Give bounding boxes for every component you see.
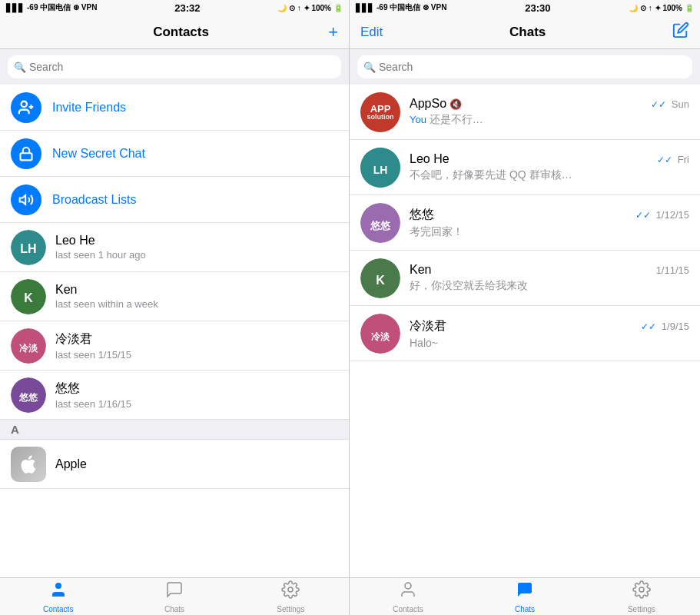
right-icons: 🌙 ⊙ ↑ ✦ 100% <box>277 4 331 12</box>
chat-preview-leng: Halo~ <box>410 337 689 349</box>
right-chats-tab-label: Chats <box>515 605 535 613</box>
chats-tab-icon-left <box>165 580 184 603</box>
right-carrier-text: -69 中国电信 ⊛ VPN <box>377 2 446 13</box>
avatar-chat-you-you: 悠悠 <box>360 203 400 243</box>
contact-sub-ken: last seen within a week <box>55 298 338 310</box>
chat-info-you-you: 悠悠 ✓✓ 1/12/15 考完回家！ <box>410 207 689 239</box>
right-battery-icon: 🔋 <box>685 4 694 12</box>
broadcast-lists-icon <box>11 184 41 215</box>
contacts-tab-icon <box>49 580 68 603</box>
right-time: 23:30 <box>525 2 550 14</box>
left-tab-bar: Contacts Chats Settings <box>0 577 349 615</box>
contact-name-leng: 冷淡君 <box>55 331 338 347</box>
chat-time-appso: ✓✓ Sun <box>651 98 689 110</box>
chat-info-leng: 冷淡君 ✓✓ 1/9/15 Halo~ <box>410 318 689 349</box>
apple-item[interactable]: Apple <box>0 440 349 489</box>
svg-marker-4 <box>20 195 26 204</box>
chat-preview-ken: 好，你没空就丢给我来改 <box>410 279 689 293</box>
contact-name-ken: Ken <box>55 283 338 297</box>
chat-preview-leo-he: 不会吧，好像要先进 QQ 群审核… <box>410 168 689 182</box>
compose-button[interactable] <box>672 22 689 43</box>
svg-point-13 <box>55 583 61 589</box>
chat-time-ken: 1/11/15 <box>656 264 689 276</box>
chat-item-leo-he[interactable]: LH Leo He ✓✓ Fri 不会吧，好像要先进 QQ 群审核… <box>350 140 700 195</box>
invite-friends-item[interactable]: Invite Friends <box>0 85 349 131</box>
contact-ken[interactable]: K Ken last seen within a week <box>0 272 349 321</box>
double-check-leng: ✓✓ <box>641 321 656 332</box>
right-tab-settings[interactable]: Settings <box>583 578 700 615</box>
right-icons2: 🌙 ⊙ ↑ ✦ 100% <box>629 4 682 12</box>
contact-sub-you-you: last seen 1/16/15 <box>55 398 338 410</box>
add-contact-button[interactable]: + <box>328 22 338 42</box>
chat-name-appso: AppSo <box>410 97 446 111</box>
broadcast-lists-item[interactable]: Broadcast Lists <box>0 177 349 223</box>
chat-preview-appso: You 还是不行… <box>410 113 689 127</box>
contact-info-you-you: 悠悠 last seen 1/16/15 <box>55 381 338 410</box>
mute-icon-appso: 🔇 <box>450 98 462 110</box>
contact-leo-he[interactable]: LH Leo He last seen 1 hour ago <box>0 223 349 272</box>
chat-preview-you-you: 考完回家！ <box>410 225 689 239</box>
left-settings-tab-label: Settings <box>277 605 304 613</box>
left-chats-tab-label: Chats <box>164 605 184 613</box>
right-tab-chats[interactable]: Chats <box>466 578 583 615</box>
left-nav-bar: Contacts + <box>0 15 349 49</box>
battery-icon: 🔋 <box>333 4 343 12</box>
avatar-ken: K <box>11 279 46 314</box>
left-search-input[interactable] <box>8 55 341 78</box>
contact-leng-dan-jun[interactable]: 冷淡 冷淡君 last seen 1/15/15 <box>0 321 349 371</box>
chat-name-leng: 冷淡君 <box>410 318 446 334</box>
right-signal: ▋▋▋ <box>356 4 374 12</box>
contact-sub-leo-he: last seen 1 hour ago <box>55 249 338 261</box>
svg-point-0 <box>22 101 27 106</box>
svg-point-14 <box>288 587 293 592</box>
chat-name-leo-he: Leo He <box>410 152 450 166</box>
chat-time-leo-he: ✓✓ Fri <box>657 154 689 165</box>
right-search-input[interactable] <box>357 55 692 78</box>
svg-point-23 <box>405 583 411 589</box>
left-nav-title: Contacts <box>153 25 209 40</box>
new-secret-chat-item[interactable]: New Secret Chat <box>0 131 349 177</box>
right-nav-title: Chats <box>509 25 546 40</box>
contact-name-you-you: 悠悠 <box>55 381 338 397</box>
contact-info-leo-he: Leo He last seen 1 hour ago <box>55 234 338 261</box>
contact-you-you[interactable]: 悠悠 悠悠 last seen 1/16/15 <box>0 371 349 420</box>
double-check-appso: ✓✓ <box>651 99 666 110</box>
right-chats-icon <box>516 580 534 603</box>
edit-button[interactable]: Edit <box>360 25 383 40</box>
avatar-you-you: 悠悠 <box>11 377 46 413</box>
contact-info-leng: 冷淡君 last seen 1/15/15 <box>55 331 338 361</box>
right-settings-icon <box>632 580 651 603</box>
left-carrier: ▋▋▋ -69 中国电信 ⊛ VPN <box>6 2 97 13</box>
contact-sub-leng: last seen 1/15/15 <box>55 349 338 361</box>
apple-icon <box>11 447 46 482</box>
avatar-appso: APP solution <box>360 92 400 132</box>
signal-bars: ▋▋▋ <box>6 4 25 12</box>
right-carrier: ▋▋▋ -69 中国电信 ⊛ VPN <box>356 2 446 13</box>
left-search-bar: 🔍 <box>0 49 349 85</box>
carrier-text: -69 中国电信 ⊛ VPN <box>27 2 97 13</box>
left-tab-chats[interactable]: Chats <box>116 578 232 615</box>
chat-time-leng: ✓✓ 1/9/15 <box>641 321 689 332</box>
new-secret-chat-icon <box>11 138 41 169</box>
chat-item-ken[interactable]: K Ken 1/11/15 好，你没空就丢给我来改 <box>350 251 700 306</box>
left-contacts-tab-label: Contacts <box>43 605 73 613</box>
apple-info: Apple <box>55 457 87 471</box>
chat-item-you-you[interactable]: 悠悠 悠悠 ✓✓ 1/12/15 考完回家！ <box>350 195 700 251</box>
avatar-chat-ken: K <box>360 258 400 298</box>
svg-rect-3 <box>21 153 32 160</box>
left-panel: ▋▋▋ -69 中国电信 ⊛ VPN 23:32 🌙 ⊙ ↑ ✦ 100% 🔋 … <box>0 0 350 615</box>
svg-text:LH: LH <box>373 164 388 176</box>
chat-item-leng-dan-jun[interactable]: 冷淡 冷淡君 ✓✓ 1/9/15 Halo~ <box>350 306 700 361</box>
avatar-chat-leo-he: LH <box>360 148 400 188</box>
right-status-bar: ▋▋▋ -69 中国电信 ⊛ VPN 23:30 🌙 ⊙ ↑ ✦ 100% 🔋 <box>350 0 700 15</box>
left-tab-contacts[interactable]: Contacts <box>0 578 116 615</box>
right-chat-list: APP solution AppSo 🔇 ✓✓ Sun You 还是不行… <box>350 85 700 577</box>
contact-info-ken: Ken last seen within a week <box>55 283 338 310</box>
left-tab-settings[interactable]: Settings <box>233 578 349 615</box>
apple-label: Apple <box>55 457 87 471</box>
right-tab-contacts[interactable]: Contacts <box>350 578 466 615</box>
svg-text:悠悠: 悠悠 <box>18 392 38 403</box>
svg-text:冷淡: 冷淡 <box>19 343 38 354</box>
chat-item-appso[interactable]: APP solution AppSo 🔇 ✓✓ Sun You 还是不行… <box>350 85 700 140</box>
right-panel: ▋▋▋ -69 中国电信 ⊛ VPN 23:30 🌙 ⊙ ↑ ✦ 100% 🔋 … <box>350 0 700 615</box>
